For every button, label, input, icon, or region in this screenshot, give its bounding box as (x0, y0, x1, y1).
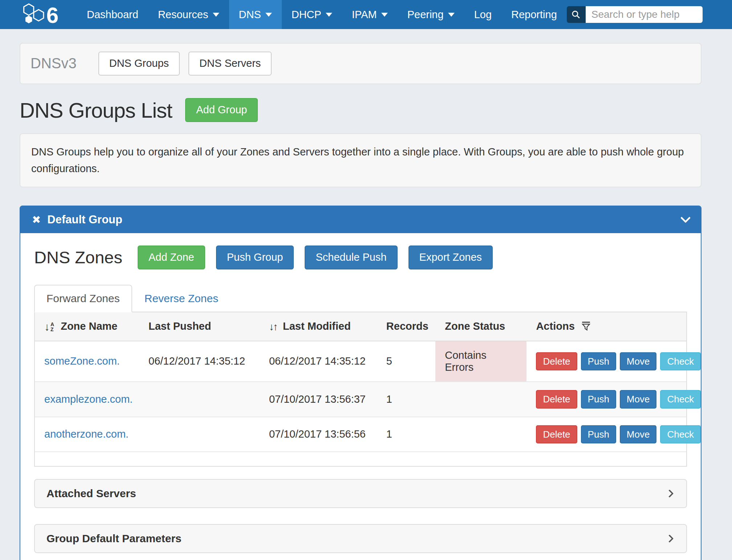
top-navbar: 6 DashboardResourcesDNSDHCPIPAMPeeringLo… (0, 0, 732, 29)
delete-button[interactable]: Delete (536, 390, 577, 409)
tab-forward-zones[interactable]: Forward Zones (34, 285, 132, 312)
push-button[interactable]: Push (581, 390, 616, 409)
main-nav: DashboardResourcesDNSDHCPIPAMPeeringLogR… (77, 0, 567, 29)
dns-zones-heading: DNS Zones (34, 247, 122, 267)
zone-name-cell: anotherzone.com. (35, 417, 139, 452)
nav-item-ipam[interactable]: IPAM (342, 0, 398, 29)
records-cell: 1 (377, 382, 435, 417)
push-group-button[interactable]: Push Group (216, 245, 294, 269)
table-row: someZone.com. 06/12/2017 14:35:12 06/12/… (35, 341, 686, 382)
accordion-group-default-parameters[interactable]: Group Default Parameters (34, 524, 687, 553)
group-panel-header[interactable]: ✖ Default Group (20, 206, 701, 233)
nav-item-dhcp[interactable]: DHCP (282, 0, 342, 29)
nav-item-label: DNS (239, 9, 261, 21)
nav-item-label: Log (474, 9, 492, 21)
col-last-modified[interactable]: ↓↑ Last Modified (260, 312, 377, 341)
dnsv3-section-card: DNSv3 DNS Groups DNS Servers (20, 43, 702, 84)
delete-button[interactable]: Delete (536, 352, 577, 371)
caret-down-icon (448, 13, 455, 17)
actions-cell: DeletePushMoveCheck (526, 341, 686, 382)
nav-item-log[interactable]: Log (464, 0, 501, 29)
table-header-row: ↓AZ Zone Name Last Pushed ↓↑ Last Modifi… (35, 312, 686, 341)
col-actions: Actions (526, 312, 686, 341)
move-button[interactable]: Move (620, 390, 657, 409)
schedule-push-button[interactable]: Schedule Push (305, 245, 397, 269)
push-button[interactable]: Push (581, 425, 616, 444)
check-button[interactable]: Check (660, 352, 701, 371)
forward-zones-table-container: ↓AZ Zone Name Last Pushed ↓↑ Last Modifi… (34, 312, 687, 467)
chevron-right-icon (666, 490, 674, 498)
nav-item-label: Resources (158, 9, 208, 21)
search-input[interactable] (586, 6, 703, 23)
dns-servers-button[interactable]: DNS Servers (188, 52, 272, 76)
table-row: examplezone.com. 07/10/2017 13:56:37 1 D… (35, 382, 686, 417)
caret-down-icon (326, 13, 332, 17)
nav-item-resources[interactable]: Resources (148, 0, 229, 29)
last-pushed-cell (139, 417, 260, 452)
last-modified-cell: 07/10/2017 13:56:56 (260, 417, 377, 452)
nav-item-label: Peering (407, 9, 444, 21)
accordion-sections: Attached ServersGroup Default Parameters… (34, 479, 687, 560)
zone-name-link[interactable]: someZone.com. (44, 355, 120, 367)
push-button[interactable]: Push (581, 352, 616, 371)
caret-down-icon (213, 13, 219, 17)
svg-text:6: 6 (46, 3, 58, 27)
nav-item-dashboard[interactable]: Dashboard (77, 0, 148, 29)
page-content: DNSv3 DNS Groups DNS Servers DNS Groups … (0, 29, 732, 560)
col-records[interactable]: Records (377, 312, 435, 341)
move-button[interactable]: Move (620, 352, 657, 371)
export-zones-button[interactable]: Export Zones (408, 245, 493, 269)
accordion-label: Group Default Parameters (46, 532, 182, 545)
zone-status-cell (435, 417, 526, 452)
description-text: DNS Groups help you to organize all of y… (31, 143, 690, 177)
chevron-right-icon (666, 535, 674, 543)
accordion-attached-servers[interactable]: Attached Servers (34, 479, 687, 508)
add-zone-button[interactable]: Add Zone (138, 245, 205, 269)
dns-groups-button[interactable]: DNS Groups (98, 52, 180, 76)
sort-alpha-icon[interactable]: ↓AZ (44, 321, 54, 332)
magnifier-glyph (571, 10, 581, 20)
col-last-pushed[interactable]: Last Pushed (139, 312, 260, 341)
dnsv3-label: DNSv3 (30, 55, 77, 72)
col-label: Records (386, 320, 428, 332)
caret-down-icon (381, 13, 388, 17)
col-zone-status[interactable]: Zone Status (435, 312, 526, 341)
close-icon[interactable]: ✖ (32, 214, 41, 226)
filter-icon[interactable] (581, 321, 591, 331)
nav-item-label: Reporting (511, 9, 557, 21)
zone-name-cell: someZone.com. (35, 341, 139, 382)
check-button[interactable]: Check (660, 390, 701, 409)
zone-name-cell: examplezone.com. (35, 382, 139, 417)
title-row: DNS Groups List Add Group (20, 98, 702, 122)
accordion-label: Attached Servers (46, 487, 136, 500)
delete-button[interactable]: Delete (536, 425, 577, 444)
zone-name-link[interactable]: examplezone.com. (44, 393, 133, 405)
last-modified-cell: 06/12/2017 14:35:12 (260, 341, 377, 382)
page-title: DNS Groups List (20, 98, 172, 122)
actions-cell: DeletePushMoveCheck (526, 382, 686, 417)
check-button[interactable]: Check (660, 425, 701, 444)
zones-tabs: Forward ZonesReverse Zones (34, 285, 687, 312)
zone-name-link[interactable]: anotherzone.com. (44, 428, 129, 440)
tab-reverse-zones[interactable]: Reverse Zones (132, 285, 231, 312)
search-bar (567, 6, 703, 23)
nav-item-dns[interactable]: DNS (229, 0, 282, 29)
nav-item-peering[interactable]: Peering (398, 0, 464, 29)
caret-down-icon (265, 13, 272, 17)
sort-icon[interactable]: ↓↑ (269, 321, 277, 333)
nav-item-label: DHCP (292, 9, 321, 21)
table-row: anotherzone.com. 07/10/2017 13:56:56 1 D… (35, 417, 686, 452)
app-logo[interactable]: 6 (20, 0, 67, 29)
nav-item-label: IPAM (352, 9, 377, 21)
col-label: Actions (536, 320, 574, 332)
chevron-down-icon[interactable] (680, 213, 691, 223)
logo-hexagons-icon: 6 (20, 3, 67, 27)
group-panel-title: Default Group (47, 213, 122, 226)
col-zone-name[interactable]: ↓AZ Zone Name (35, 312, 139, 341)
actions-cell: DeletePushMoveCheck (526, 417, 686, 452)
last-modified-cell: 07/10/2017 13:56:37 (260, 382, 377, 417)
add-group-button[interactable]: Add Group (185, 98, 258, 122)
search-icon[interactable] (567, 6, 586, 23)
nav-item-reporting[interactable]: Reporting (501, 0, 567, 29)
move-button[interactable]: Move (620, 425, 657, 444)
